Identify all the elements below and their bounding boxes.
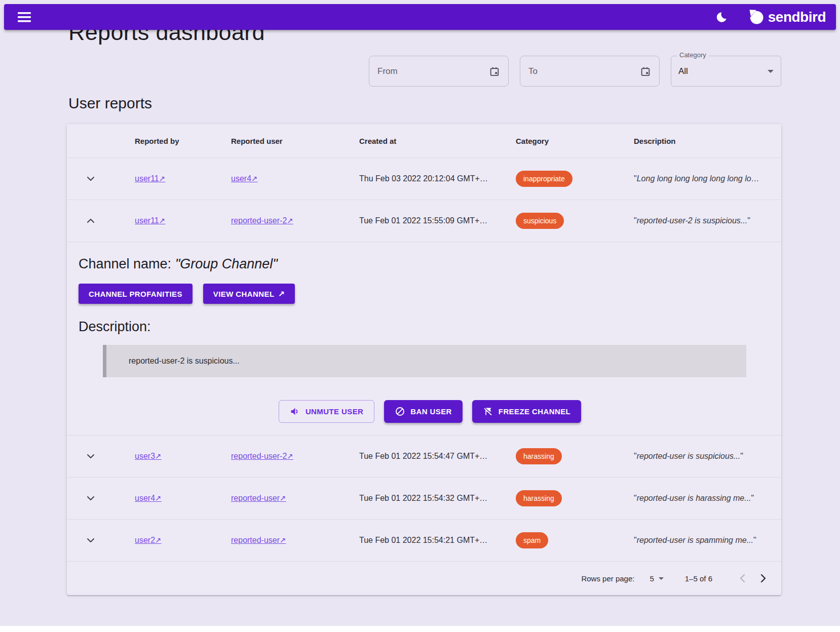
category-badge: harassing xyxy=(516,490,562,506)
chevron-down-icon xyxy=(85,450,97,462)
column-header-category: Category xyxy=(516,137,634,145)
category-select-label: Category xyxy=(677,51,709,59)
user-reports-table: Reported by Reported user Created at Cat… xyxy=(67,124,781,595)
sendbird-logo: sendbird xyxy=(748,9,826,25)
reported-user-link[interactable]: reported-user↗ xyxy=(231,536,286,544)
external-link-icon: ↗ xyxy=(155,452,162,460)
description-cell: "reported-user is suspicious..." xyxy=(634,452,781,461)
category-badge: spam xyxy=(516,532,548,548)
description-cell: "reported-user-2 is suspicious..." xyxy=(634,216,781,225)
report-row: user3↗reported-user-2↗Tue Feb 01 2022 15… xyxy=(67,436,781,478)
report-detail-panel: Channel name: "Group Channel" CHANNEL PR… xyxy=(67,242,781,436)
chevron-down-icon xyxy=(768,70,774,73)
created-at-cell: Tue Feb 01 2022 15:54:21 GMT+… xyxy=(359,536,516,545)
expand-row-button[interactable] xyxy=(80,530,101,551)
chevron-up-icon xyxy=(85,215,97,227)
external-link-icon: ↗ xyxy=(159,174,166,183)
freeze-channel-button[interactable]: FREEZE CHANNEL xyxy=(472,400,581,423)
reported-by-link[interactable]: user3↗ xyxy=(135,452,162,460)
reported-by-link[interactable]: user11↗ xyxy=(135,216,165,225)
date-to-input[interactable]: To xyxy=(520,56,660,87)
section-title: User reports xyxy=(68,95,840,112)
date-from-placeholder: From xyxy=(377,66,398,76)
report-row: user11↗reported-user-2↗Tue Feb 01 2022 1… xyxy=(67,200,781,242)
created-at-cell: Tue Feb 01 2022 15:54:47 GMT+… xyxy=(359,452,516,461)
expand-row-button[interactable] xyxy=(80,210,101,231)
chevron-down-icon xyxy=(85,534,97,546)
category-badge: inappropriate xyxy=(516,171,572,187)
block-icon xyxy=(395,406,405,417)
rows-per-page-value: 5 xyxy=(650,574,654,583)
external-link-icon: ↗ xyxy=(287,216,293,225)
reported-user-link[interactable]: user4↗ xyxy=(231,174,258,183)
calendar-button[interactable] xyxy=(640,66,651,77)
table-body: user11↗user4↗Thu Feb 03 2022 20:12:04 GM… xyxy=(67,158,781,562)
reported-user-link[interactable]: reported-user-2↗ xyxy=(231,216,293,225)
description-cell: "reported-user is harassing me..." xyxy=(634,494,781,503)
external-link-icon: ↗ xyxy=(280,536,286,544)
expand-row-button[interactable] xyxy=(80,168,101,189)
external-link-icon: ↗ xyxy=(278,289,285,298)
previous-page-button[interactable] xyxy=(733,568,753,588)
brand-name: sendbird xyxy=(768,9,826,25)
calendar-icon xyxy=(640,66,651,77)
chevron-right-icon xyxy=(757,572,769,584)
description-cell: "reported-user is spamming me..." xyxy=(634,536,781,545)
external-link-icon: ↗ xyxy=(155,494,162,502)
calendar-icon xyxy=(489,66,500,77)
channel-profanities-button[interactable]: CHANNEL PROFANITIES xyxy=(79,284,193,304)
external-link-icon: ↗ xyxy=(287,452,293,460)
channel-name-label: Channel name: xyxy=(79,256,175,271)
reported-user-link[interactable]: reported-user↗ xyxy=(231,494,286,502)
channel-name-value: "Group Channel" xyxy=(175,256,278,271)
external-link-icon: ↗ xyxy=(155,536,162,544)
description-heading: Description: xyxy=(79,319,781,335)
menu-button[interactable] xyxy=(14,9,34,26)
calendar-button[interactable] xyxy=(489,66,500,77)
description-cell: "Long long long long long long lo… xyxy=(634,174,781,183)
app-bar: sendbird xyxy=(4,4,836,30)
moon-icon xyxy=(715,11,728,24)
dark-mode-toggle-button[interactable] xyxy=(712,8,731,27)
reported-by-link[interactable]: user4↗ xyxy=(135,494,162,502)
category-select[interactable]: Category All xyxy=(671,56,781,87)
category-badge: harassing xyxy=(516,448,562,464)
volume-up-icon xyxy=(290,406,300,417)
created-at-cell: Tue Feb 01 2022 15:55:09 GMT+… xyxy=(359,216,516,225)
date-to-placeholder: To xyxy=(528,66,538,76)
category-badge: suspicious xyxy=(516,213,564,229)
reported-by-link[interactable]: user11↗ xyxy=(135,174,165,183)
unmute-user-button[interactable]: UNMUTE USER xyxy=(279,400,374,423)
report-row: user4↗reported-user↗Tue Feb 01 2022 15:5… xyxy=(67,478,781,520)
reports-dashboard-page: sendbird Reports dashboard From To xyxy=(0,0,840,626)
column-header-description: Description xyxy=(634,137,781,145)
sendbird-logo-icon xyxy=(748,9,765,25)
column-header-created-at: Created at xyxy=(359,137,516,145)
created-at-cell: Thu Feb 03 2022 20:12:04 GMT+… xyxy=(359,174,516,183)
filters-bar: From To Category xyxy=(0,56,781,87)
rows-per-page-select[interactable]: 5 xyxy=(650,574,663,583)
expand-row-button[interactable] xyxy=(80,446,101,467)
view-channel-button[interactable]: VIEW CHANNEL ↗ xyxy=(203,284,295,304)
created-at-cell: Tue Feb 01 2022 15:54:32 GMT+… xyxy=(359,494,516,503)
report-row: user2↗reported-user↗Tue Feb 01 2022 15:5… xyxy=(67,520,781,562)
column-header-reported-by: Reported by xyxy=(135,137,231,145)
date-from-input[interactable]: From xyxy=(369,56,509,87)
flag-off-icon xyxy=(483,406,493,417)
next-page-button[interactable] xyxy=(753,568,773,588)
external-link-icon: ↗ xyxy=(251,174,258,183)
report-row: user11↗user4↗Thu Feb 03 2022 20:12:04 GM… xyxy=(67,158,781,200)
reported-user-link[interactable]: reported-user-2↗ xyxy=(231,452,293,460)
chevron-down-icon xyxy=(659,577,664,580)
external-link-icon: ↗ xyxy=(159,216,166,225)
table-pagination: Rows per page: 5 1–5 of 6 xyxy=(67,562,781,595)
ban-user-button[interactable]: BAN USER xyxy=(384,400,463,423)
chevron-left-icon xyxy=(737,572,749,584)
channel-name-line: Channel name: "Group Channel" xyxy=(79,256,781,272)
expand-row-button[interactable] xyxy=(80,488,101,509)
channel-buttons-row: CHANNEL PROFANITIES VIEW CHANNEL ↗ xyxy=(79,284,781,304)
reported-by-link[interactable]: user2↗ xyxy=(135,536,162,544)
category-select-value: All xyxy=(678,66,688,76)
chevron-down-icon xyxy=(85,492,97,504)
chevron-down-icon xyxy=(85,173,97,185)
